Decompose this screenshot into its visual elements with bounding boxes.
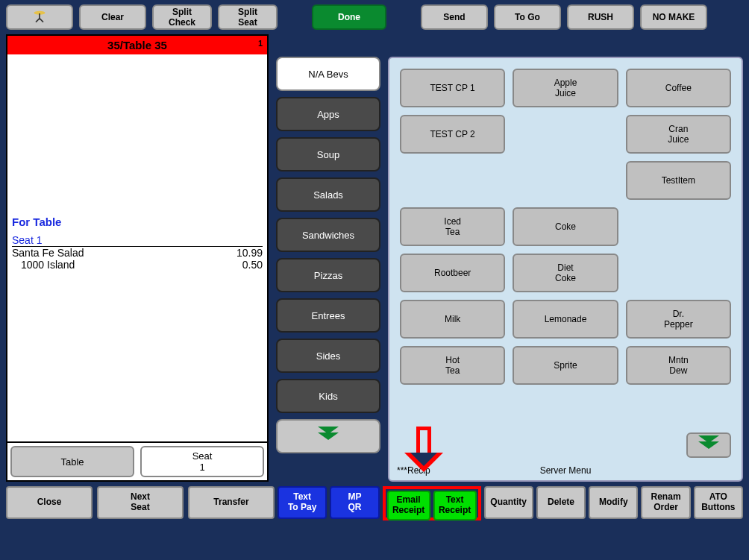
category-column: N/A Bevs Apps Soup Salads Sandwiches Piz… [276, 34, 380, 482]
server-menu-label: Server Menu [540, 465, 592, 476]
email-receipt-button[interactable]: Email Receipt [387, 491, 430, 520]
table-button[interactable]: Table [10, 446, 134, 477]
top-action-bar: Clear Split Check Split Seat Done Send T… [0, 0, 749, 34]
menu-item-button[interactable]: Rootbeer [400, 254, 505, 292]
transfer-button[interactable]: Transfer [188, 486, 275, 519]
ticket-header: 35/Table 35 1 [7, 36, 267, 54]
split-check-button[interactable]: Split Check [152, 4, 212, 30]
delete-button[interactable]: Delete [536, 486, 586, 519]
menu-item-button[interactable]: Apple Juice [513, 69, 618, 107]
category-sandwiches[interactable]: Sandwiches [276, 218, 380, 252]
recip-label: ***Recip [397, 465, 430, 476]
seat-button-num: 1 [199, 462, 204, 473]
done-button[interactable]: Done [312, 4, 386, 30]
close-button[interactable]: Close [6, 486, 93, 519]
menu-item-button[interactable]: Milk [400, 300, 505, 339]
chevron-down-icon [698, 441, 719, 449]
rush-button[interactable]: RUSH [567, 4, 634, 30]
ato-buttons-button[interactable]: ATO Buttons [694, 486, 743, 519]
ticket-line-price: 0.50 [242, 259, 263, 271]
modify-button[interactable]: Modify [589, 486, 638, 519]
togo-button[interactable]: To Go [494, 4, 561, 30]
menu-item-button[interactable]: Cran Juice [626, 115, 731, 154]
pedestal-table-icon [32, 10, 47, 25]
menu-item-button[interactable]: Mntn Dew [626, 346, 731, 385]
menu-item-button[interactable]: TestItem [626, 161, 731, 200]
split-seat-button[interactable]: Split Seat [218, 4, 278, 30]
bottom-right-group: Text To Pay MP QR Email Receipt Text Rec… [278, 486, 743, 520]
category-sides[interactable]: Sides [276, 339, 380, 373]
category-salads[interactable]: Salads [276, 177, 380, 212]
category-kids[interactable]: Kids [276, 379, 380, 413]
menu-item-button[interactable]: TEST CP 1 [400, 69, 505, 107]
ticket-header-num: 1 [258, 39, 263, 48]
ticket-line-name: Santa Fe Salad [12, 247, 84, 259]
ticket-panel: 35/Table 35 1 For Table Seat 1 Santa Fe … [6, 34, 269, 482]
menu-item-button[interactable]: Lemonade [513, 300, 618, 339]
main-area: 35/Table 35 1 For Table Seat 1 Santa Fe … [0, 34, 749, 486]
items-grid: TEST CP 1Apple JuiceCoffeeTEST CP 2Cran … [400, 69, 731, 385]
ticket-line-price: 10.99 [236, 247, 263, 259]
for-table-label: For Table [12, 215, 263, 228]
category-entrees[interactable]: Entrees [276, 298, 380, 333]
menu-item-button[interactable]: Coffee [626, 69, 731, 107]
clear-button[interactable]: Clear [79, 4, 146, 30]
seat-1-label: Seat 1 [12, 234, 263, 247]
bottom-left-group: Close Next Seat Transfer [6, 486, 275, 520]
rename-order-button[interactable]: Renam Order [641, 486, 690, 519]
ticket-line[interactable]: 1000 Island 0.50 [12, 259, 263, 271]
ticket-line-name: 1000 Island [12, 259, 75, 271]
bottom-bar: Close Next Seat Transfer Text To Pay MP … [0, 486, 749, 525]
ticket-line[interactable]: Santa Fe Salad 10.99 [12, 247, 263, 259]
send-button[interactable]: Send [421, 4, 488, 30]
nomake-button[interactable]: NO MAKE [640, 4, 707, 30]
next-seat-button[interactable]: Next Seat [97, 486, 184, 519]
seat-button-label: Seat [192, 450, 213, 462]
items-scroll-down[interactable] [686, 432, 731, 458]
ticket-body: For Table Seat 1 Santa Fe Salad 10.99 10… [7, 54, 267, 441]
items-panel-footer: ***Recip Server Menu [389, 465, 742, 476]
ticket-footer: Table Seat 1 [7, 441, 267, 480]
menu-item-button[interactable]: TEST CP 2 [400, 115, 505, 154]
category-soup[interactable]: Soup [276, 137, 380, 172]
mp-qr-button[interactable]: MP QR [330, 486, 379, 519]
menu-item-button[interactable]: Sprite [513, 346, 618, 385]
table-icon-button[interactable] [6, 4, 73, 30]
category-pizzas[interactable]: Pizzas [276, 258, 380, 292]
items-wrap: TEST CP 1Apple JuiceCoffeeTEST CP 2Cran … [388, 34, 743, 482]
seat-button[interactable]: Seat 1 [140, 446, 264, 477]
category-apps[interactable]: Apps [276, 97, 380, 131]
ticket-title: 35/Table 35 [107, 39, 167, 51]
category-scroll-down[interactable] [276, 419, 380, 453]
text-to-pay-button[interactable]: Text To Pay [278, 486, 327, 519]
menu-item-button[interactable]: Coke [513, 207, 618, 246]
text-receipt-button[interactable]: Text Receipt [433, 491, 477, 520]
menu-item-button[interactable]: Diet Coke [513, 254, 618, 292]
menu-item-button[interactable]: Hot Tea [400, 346, 505, 385]
quantity-button[interactable]: Quantity [484, 486, 533, 519]
menu-item-button[interactable]: Dr. Pepper [626, 300, 731, 339]
receipt-highlight-box: Email Receipt Text Receipt [383, 486, 481, 520]
menu-item-button[interactable]: Iced Tea [400, 207, 505, 246]
category-na-bevs[interactable]: N/A Bevs [276, 57, 380, 91]
items-panel: TEST CP 1Apple JuiceCoffeeTEST CP 2Cran … [388, 57, 743, 482]
chevron-down-icon [318, 432, 339, 440]
